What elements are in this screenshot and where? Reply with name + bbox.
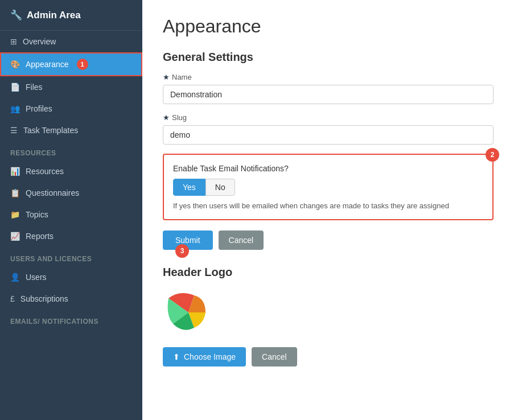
sidebar-item-files[interactable]: 📄 Files [0, 76, 142, 98]
sidebar-item-label: Topics [26, 210, 48, 219]
sidebar-item-users[interactable]: 👤 Users [0, 266, 142, 288]
users-icon: 👤 [10, 273, 20, 282]
step-3-badge: 3 [175, 244, 189, 258]
wrench-icon: 🔧 [10, 9, 22, 21]
sidebar-item-label: Files [26, 83, 43, 92]
logo-image [163, 287, 214, 338]
sidebar-item-resources[interactable]: 📊 Resources [0, 160, 142, 182]
resources-icon: 📊 [10, 167, 20, 176]
sidebar-item-task-templates[interactable]: ☰ Task Templates [0, 120, 142, 141]
sidebar-header: 🔧 Admin Area [0, 0, 142, 31]
name-label: ★ Name [163, 73, 494, 81]
appearance-badge: 1 [77, 59, 88, 70]
overview-icon: ⊞ [10, 37, 17, 46]
choose-image-label: Choose Image [184, 352, 236, 361]
page-title: Appearance [163, 16, 494, 37]
logo-display [163, 287, 214, 338]
cancel-image-button[interactable]: Cancel [252, 347, 297, 367]
step-2-badge: 2 [486, 148, 499, 162]
upload-icon: ⬆ [173, 352, 180, 361]
sidebar-item-profiles[interactable]: 👥 Profiles [0, 98, 142, 120]
emails-section-label: Emails/ Notifications [0, 310, 142, 329]
files-icon: 📄 [10, 83, 20, 92]
notification-label: Enable Task Email Notifications? [173, 164, 483, 173]
resources-section-label: Resources [0, 141, 142, 160]
name-input[interactable] [163, 85, 494, 104]
cancel-button[interactable]: Cancel [219, 230, 264, 250]
profiles-icon: 👥 [10, 104, 20, 113]
sidebar-item-questionnaires[interactable]: 📋 Questionnaires [0, 182, 142, 204]
no-button[interactable]: No [205, 179, 235, 196]
form-action-row: Submit Cancel 3 [163, 230, 264, 250]
main-content: Appearance General Settings ★ Name ★ Slu… [142, 0, 514, 420]
sidebar: 🔧 Admin Area ⊞ Overview 🎨 Appearance 1 📄… [0, 0, 142, 420]
sidebar-item-overview[interactable]: ⊞ Overview [0, 31, 142, 52]
slug-label: ★ Slug [163, 113, 494, 122]
name-star: ★ [163, 73, 170, 81]
reports-icon: 📈 [10, 232, 20, 241]
notification-box: 2 Enable Task Email Notifications? Yes N… [163, 154, 494, 220]
sidebar-item-label: Profiles [26, 104, 52, 113]
general-settings-title: General Settings [163, 51, 494, 64]
yes-no-group: Yes No [173, 179, 483, 196]
sidebar-item-label: Task Templates [23, 126, 78, 135]
sidebar-item-label: Resources [26, 167, 64, 176]
sidebar-item-topics[interactable]: 📁 Topics [0, 204, 142, 225]
task-templates-icon: ☰ [10, 126, 18, 135]
yes-button[interactable]: Yes [173, 179, 205, 196]
sidebar-item-label: Subscriptions [20, 294, 68, 303]
sidebar-item-reports[interactable]: 📈 Reports [0, 225, 142, 247]
slug-star: ★ [163, 113, 170, 122]
header-logo-title: Header Logo [163, 266, 494, 279]
questionnaires-icon: 📋 [10, 188, 20, 197]
sidebar-item-label: Questionnaires [26, 188, 79, 197]
sidebar-item-label: Appearance [26, 60, 69, 69]
slug-input[interactable] [163, 125, 494, 145]
topics-icon: 📁 [10, 210, 20, 219]
image-action-row: ⬆ Choose Image Cancel [163, 347, 494, 367]
sidebar-item-label: Users [26, 273, 47, 282]
sidebar-item-subscriptions[interactable]: £ Subscriptions [0, 288, 142, 310]
choose-image-button[interactable]: ⬆ Choose Image [163, 347, 246, 367]
users-section-label: Users and Licences [0, 247, 142, 266]
subscriptions-icon: £ [10, 294, 15, 303]
sidebar-item-appearance[interactable]: 🎨 Appearance 1 [0, 52, 142, 76]
sidebar-header-label: Admin Area [27, 10, 81, 21]
notification-hint: If yes then users will be emailed when c… [173, 201, 483, 210]
sidebar-item-label: Overview [23, 37, 56, 46]
sidebar-item-label: Reports [26, 232, 54, 241]
appearance-icon: 🎨 [10, 60, 20, 69]
